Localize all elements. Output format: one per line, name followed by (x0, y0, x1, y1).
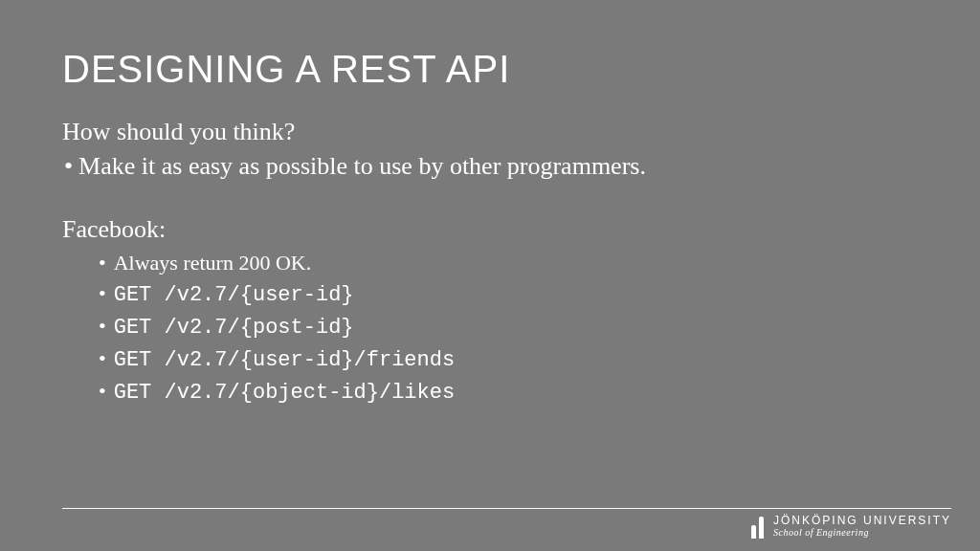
bullet-dot-icon: • (64, 152, 73, 181)
footer-brand: JÖNKÖPING UNIVERSITY School of Engineeri… (751, 514, 951, 539)
brand-name: JÖNKÖPING UNIVERSITY (773, 515, 951, 527)
logo-bar (751, 525, 756, 539)
slide-subtitle: How should you think? (62, 118, 918, 146)
bullet-dot-icon: • (99, 248, 106, 278)
bullet-dot-icon: • (99, 343, 106, 374)
bullet-dot-icon: • (99, 311, 106, 342)
list-item: •GET /v2.7/{user-id}/friends (99, 343, 918, 376)
sub-bullet-text: GET /v2.7/{user-id}/friends (114, 348, 455, 372)
bullet-dot-icon: • (99, 376, 106, 407)
brand-text: JÖNKÖPING UNIVERSITY School of Engineeri… (773, 515, 951, 538)
university-logo-icon (751, 514, 764, 539)
sub-bullet-text: GET /v2.7/{user-id} (114, 283, 354, 307)
sub-bullet-list: •Always return 200 OK. •GET /v2.7/{user-… (99, 248, 918, 408)
list-item: •GET /v2.7/{user-id} (99, 278, 918, 311)
sub-bullet-text: Always return 200 OK. (114, 251, 312, 275)
slide-footer: JÖNKÖPING UNIVERSITY School of Engineeri… (62, 508, 951, 518)
list-item: •GET /v2.7/{post-id} (99, 311, 918, 343)
bullet-dot-icon: • (99, 278, 106, 309)
section-label: Facebook: (62, 215, 918, 244)
list-item: •Always return 200 OK. (99, 248, 918, 278)
footer-divider (62, 508, 951, 509)
brand-school: School of Engineering (773, 527, 951, 538)
main-bullet: •Make it as easy as possible to use by o… (64, 152, 918, 181)
logo-bar (759, 517, 764, 539)
sub-bullet-text: GET /v2.7/{post-id} (114, 316, 354, 340)
sub-bullet-text: GET /v2.7/{object-id}/likes (114, 381, 455, 405)
list-item: •GET /v2.7/{object-id}/likes (99, 376, 918, 408)
slide-content: DESIGNING A REST API How should you thin… (0, 0, 980, 408)
main-bullet-text: Make it as easy as possible to use by ot… (78, 152, 646, 180)
slide-title: DESIGNING A REST API (62, 48, 918, 91)
